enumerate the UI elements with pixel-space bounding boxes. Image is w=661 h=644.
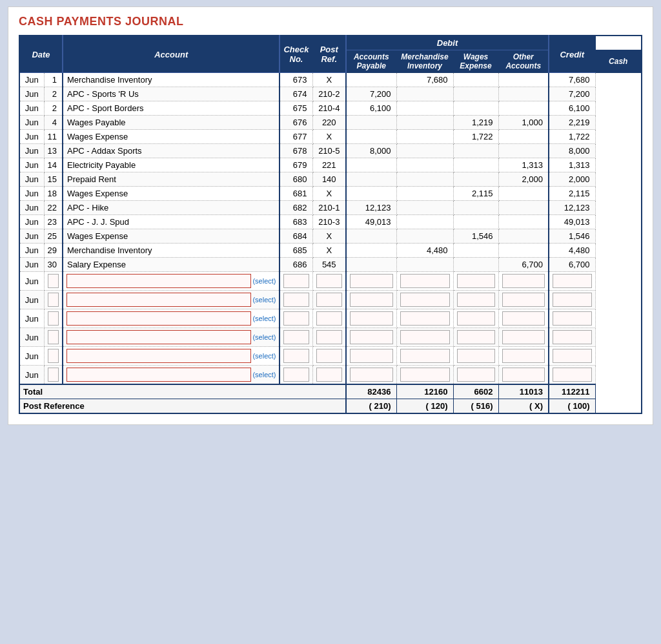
account-input[interactable] — [66, 349, 251, 363]
account-input[interactable] — [66, 330, 251, 344]
day-input[interactable] — [48, 368, 59, 382]
other-input[interactable] — [502, 311, 545, 326]
input-other[interactable] — [498, 272, 549, 291]
input-cash[interactable] — [549, 272, 595, 291]
account-input[interactable] — [66, 368, 251, 382]
input-ap[interactable] — [346, 309, 396, 328]
cash-input[interactable] — [553, 330, 592, 344]
day-input[interactable] — [48, 311, 59, 326]
input-other[interactable] — [498, 328, 549, 347]
input-we[interactable] — [453, 291, 498, 309]
select-link[interactable]: (select) — [252, 333, 276, 341]
input-mi[interactable] — [396, 366, 453, 385]
input-cash[interactable] — [549, 347, 595, 366]
other-input[interactable] — [502, 274, 545, 288]
input-other[interactable] — [498, 291, 549, 309]
post-input[interactable] — [316, 274, 343, 288]
select-link[interactable]: (select) — [252, 315, 276, 322]
day-input[interactable] — [48, 274, 59, 288]
input-we[interactable] — [453, 328, 498, 347]
cash-input[interactable] — [553, 274, 592, 288]
we-input[interactable] — [457, 293, 495, 307]
input-post[interactable] — [312, 328, 346, 347]
ap-input[interactable] — [350, 349, 393, 363]
input-other[interactable] — [498, 347, 549, 366]
we-input[interactable] — [457, 349, 495, 363]
check-input[interactable] — [283, 293, 309, 307]
select-link[interactable]: (select) — [252, 277, 276, 285]
input-check[interactable] — [280, 291, 312, 309]
input-mi[interactable] — [396, 347, 453, 366]
input-post[interactable] — [312, 347, 346, 366]
other-input[interactable] — [502, 293, 545, 307]
other-input[interactable] — [502, 349, 545, 363]
ap-input[interactable] — [350, 274, 393, 288]
day-input[interactable] — [48, 330, 59, 344]
input-cash[interactable] — [549, 328, 595, 347]
input-we[interactable] — [453, 272, 498, 291]
input-date-day[interactable] — [44, 366, 63, 385]
post-input[interactable] — [316, 293, 343, 307]
input-mi[interactable] — [396, 291, 453, 309]
mi-input[interactable] — [400, 368, 450, 382]
mi-input[interactable] — [400, 293, 450, 307]
mi-input[interactable] — [400, 311, 450, 326]
input-date-day[interactable] — [44, 347, 63, 366]
input-check[interactable] — [280, 272, 312, 291]
we-input[interactable] — [457, 330, 495, 344]
mi-input[interactable] — [400, 330, 450, 344]
input-post[interactable] — [312, 272, 346, 291]
input-date-day[interactable] — [44, 291, 63, 309]
input-cash[interactable] — [549, 291, 595, 309]
day-input[interactable] — [48, 349, 59, 363]
we-input[interactable] — [457, 311, 495, 326]
select-link[interactable]: (select) — [252, 352, 276, 360]
account-input[interactable] — [66, 293, 251, 307]
input-check[interactable] — [280, 347, 312, 366]
input-mi[interactable] — [396, 272, 453, 291]
input-date-day[interactable] — [44, 272, 63, 291]
ap-input[interactable] — [350, 368, 393, 382]
ap-input[interactable] — [350, 293, 393, 307]
input-check[interactable] — [280, 366, 312, 385]
we-input[interactable] — [457, 368, 495, 382]
input-ap[interactable] — [346, 328, 396, 347]
input-cash[interactable] — [549, 309, 595, 328]
ap-input[interactable] — [350, 311, 393, 326]
input-other[interactable] — [498, 366, 549, 385]
mi-input[interactable] — [400, 274, 450, 288]
input-cash[interactable] — [549, 366, 595, 385]
other-input[interactable] — [502, 330, 545, 344]
cash-input[interactable] — [553, 349, 592, 363]
day-input[interactable] — [48, 293, 59, 307]
check-input[interactable] — [283, 274, 309, 288]
check-input[interactable] — [283, 311, 309, 326]
input-we[interactable] — [453, 347, 498, 366]
cash-input[interactable] — [553, 311, 592, 326]
post-input[interactable] — [316, 368, 343, 382]
account-input[interactable] — [66, 274, 251, 288]
input-post[interactable] — [312, 309, 346, 328]
check-input[interactable] — [283, 349, 309, 363]
cash-input[interactable] — [553, 368, 592, 382]
other-input[interactable] — [502, 368, 545, 382]
cash-input[interactable] — [553, 293, 592, 307]
input-post[interactable] — [312, 291, 346, 309]
input-date-day[interactable] — [44, 328, 63, 347]
input-check[interactable] — [280, 309, 312, 328]
input-we[interactable] — [453, 309, 498, 328]
select-link[interactable]: (select) — [252, 371, 276, 379]
select-link[interactable]: (select) — [252, 296, 276, 304]
input-date-day[interactable] — [44, 309, 63, 328]
check-input[interactable] — [283, 330, 309, 344]
post-input[interactable] — [316, 330, 343, 344]
input-we[interactable] — [453, 366, 498, 385]
input-check[interactable] — [280, 328, 312, 347]
ap-input[interactable] — [350, 330, 393, 344]
check-input[interactable] — [283, 368, 309, 382]
input-post[interactable] — [312, 366, 346, 385]
input-ap[interactable] — [346, 291, 396, 309]
post-input[interactable] — [316, 349, 343, 363]
input-ap[interactable] — [346, 347, 396, 366]
post-input[interactable] — [316, 311, 343, 326]
